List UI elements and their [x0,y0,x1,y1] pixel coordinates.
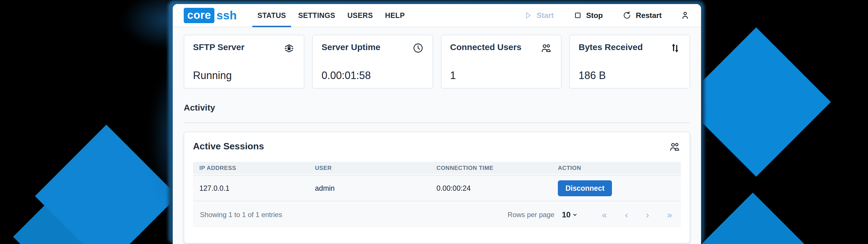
card-title: SFTP Server [193,42,245,52]
cell-connection-time: 0.00:00:24 [430,184,552,192]
tab-status[interactable]: STATUS [251,4,292,27]
tab-users[interactable]: USERS [341,4,379,27]
arrows-up-down-icon [669,42,681,55]
tab-help[interactable]: HELP [379,4,411,27]
card-bytes-received: Bytes Received 186 B [569,35,690,89]
people-icon [540,42,552,56]
card-value: 0.00:01:58 [321,69,424,82]
previous-page-button[interactable]: ‹ [623,210,630,219]
first-page-button[interactable]: « [600,210,609,219]
stop-icon [574,11,582,20]
table-row: 127.0.0.1 admin 0.00:00:24 Disconnect [193,175,681,202]
page-content: SFTP Server Running Server Uptime [173,27,701,244]
section-divider [184,122,690,123]
card-connected-users: Connected Users 1 [441,35,562,89]
column-header-connection-time: CONNECTION TIME [430,165,552,171]
rows-per-page-select[interactable]: 10 [562,210,578,219]
activity-heading: Activity [184,103,690,113]
pagination: « ‹ › » [600,210,674,219]
restart-icon [622,11,631,20]
active-sessions-panel: Active Sessions IP ADDRESS USER CONNECTI… [184,132,690,243]
last-page-button[interactable]: » [665,210,674,219]
column-header-user: USER [309,165,430,171]
app-logo: core ssh [184,8,237,23]
card-value: 186 B [579,69,681,82]
table-header-row: IP ADDRESS USER CONNECTION TIME ACTION [193,162,681,174]
tab-settings[interactable]: SETTINGS [292,4,341,27]
restart-button[interactable]: Restart [613,11,672,20]
logo-ssh-text: ssh [216,9,237,22]
logo-core-badge: core [184,8,214,23]
entries-summary: Showing 1 to 1 of 1 entries [200,211,282,219]
cell-ip-address: 127.0.0.1 [193,184,309,192]
column-header-ip: IP ADDRESS [193,165,309,171]
cell-user: admin [309,184,430,192]
card-title: Connected Users [450,42,522,52]
card-sftp-server: SFTP Server Running [184,35,304,89]
card-server-uptime: Server Uptime 0.00:01:58 [312,35,433,89]
user-menu-button[interactable] [672,10,690,20]
table-footer: Showing 1 to 1 of 1 entries Rows per pag… [193,202,681,227]
server-controls: Start Stop Restart [514,10,690,20]
app-window: core ssh STATUS SETTINGS USERS HELP Star… [173,4,701,244]
person-icon [680,10,690,20]
column-header-action: ACTION [552,165,681,171]
start-button[interactable]: Start [514,11,563,20]
disconnect-button[interactable]: Disconnect [558,180,612,196]
card-title: Bytes Received [579,42,643,52]
card-value: 1 [450,69,552,82]
status-cards: SFTP Server Running Server Uptime [184,35,690,89]
nav-tabs: STATUS SETTINGS USERS HELP [251,4,411,27]
panel-title: Active Sessions [193,141,264,152]
secure-layers-icon [283,42,295,56]
stop-button[interactable]: Stop [564,11,613,20]
chevron-down-icon [572,210,578,219]
play-icon [524,11,532,20]
rows-per-page-label: Rows per page [508,211,554,219]
people-icon [669,141,681,154]
card-title: Server Uptime [321,42,380,52]
next-page-button[interactable]: › [644,210,651,219]
card-value: Running [193,69,295,82]
navbar: core ssh STATUS SETTINGS USERS HELP Star… [173,4,701,27]
clock-icon [412,42,424,55]
